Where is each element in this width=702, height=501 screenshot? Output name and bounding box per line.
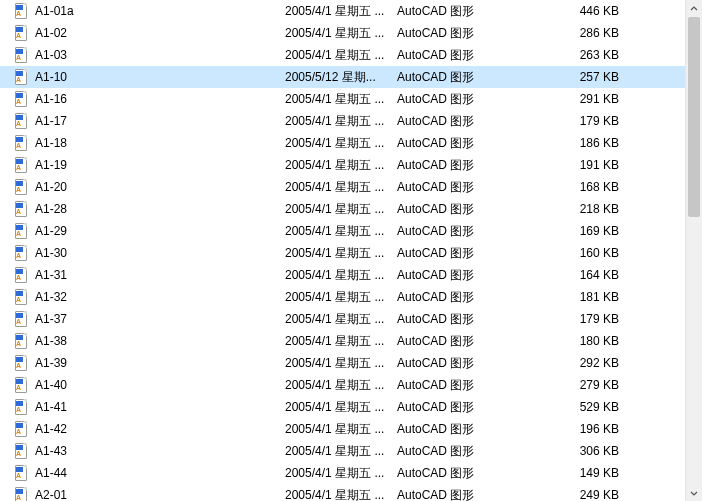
file-date: 2005/4/1 星期五 ... [285,3,397,20]
file-date: 2005/4/1 星期五 ... [285,113,397,130]
file-list[interactable]: AA1-01a2005/4/1 星期五 ...AutoCAD 图形446 KBA… [0,0,702,501]
file-name: A1-18 [33,136,285,150]
file-row[interactable]: AA1-292005/4/1 星期五 ...AutoCAD 图形169 KB [0,220,702,242]
dwg-file-icon: A [13,289,29,305]
file-icon-cell: A [13,289,33,305]
file-name: A1-30 [33,246,285,260]
file-date: 2005/4/1 星期五 ... [285,179,397,196]
file-date: 2005/4/1 星期五 ... [285,465,397,482]
file-name: A1-40 [33,378,285,392]
file-icon-cell: A [13,201,33,217]
file-row[interactable]: AA1-172005/4/1 星期五 ...AutoCAD 图形179 KB [0,110,702,132]
dwg-file-icon: A [13,377,29,393]
file-date: 2005/4/1 星期五 ... [285,443,397,460]
file-name: A1-10 [33,70,285,84]
file-row[interactable]: AA1-442005/4/1 星期五 ...AutoCAD 图形149 KB [0,462,702,484]
scroll-track[interactable] [686,17,702,484]
file-name: A1-42 [33,422,285,436]
file-size: 196 KB [537,422,629,436]
file-type: AutoCAD 图形 [397,465,537,482]
file-name: A1-39 [33,356,285,370]
file-row[interactable]: AA1-322005/4/1 星期五 ...AutoCAD 图形181 KB [0,286,702,308]
file-row[interactable]: AA1-312005/4/1 星期五 ...AutoCAD 图形164 KB [0,264,702,286]
file-date: 2005/4/1 星期五 ... [285,355,397,372]
file-row[interactable]: AA1-022005/4/1 星期五 ...AutoCAD 图形286 KB [0,22,702,44]
dwg-file-icon: A [13,355,29,371]
file-size: 249 KB [537,488,629,501]
file-date: 2005/4/1 星期五 ... [285,311,397,328]
file-type: AutoCAD 图形 [397,377,537,394]
file-icon-cell: A [13,47,33,63]
scroll-down-button[interactable] [686,484,702,501]
file-row[interactable]: AA1-102005/5/12 星期...AutoCAD 图形257 KB [0,66,702,88]
file-row[interactable]: AA1-422005/4/1 星期五 ...AutoCAD 图形196 KB [0,418,702,440]
file-name: A1-37 [33,312,285,326]
vertical-scrollbar[interactable] [685,0,702,501]
dwg-file-icon: A [13,25,29,41]
scroll-up-button[interactable] [686,0,702,17]
dwg-file-icon: A [13,201,29,217]
file-date: 2005/4/1 星期五 ... [285,25,397,42]
file-name: A1-43 [33,444,285,458]
file-row[interactable]: AA1-202005/4/1 星期五 ...AutoCAD 图形168 KB [0,176,702,198]
file-name: A1-17 [33,114,285,128]
file-type: AutoCAD 图形 [397,47,537,64]
dwg-file-icon: A [13,135,29,151]
file-row[interactable]: AA1-412005/4/1 星期五 ...AutoCAD 图形529 KB [0,396,702,418]
file-type: AutoCAD 图形 [397,289,537,306]
dwg-file-icon: A [13,113,29,129]
file-icon-cell: A [13,311,33,327]
file-name: A1-44 [33,466,285,480]
file-size: 169 KB [537,224,629,238]
dwg-file-icon: A [13,399,29,415]
file-icon-cell: A [13,355,33,371]
file-name: A2-01 [33,488,285,501]
file-type: AutoCAD 图形 [397,135,537,152]
file-date: 2005/4/1 星期五 ... [285,91,397,108]
file-size: 164 KB [537,268,629,282]
file-name: A1-41 [33,400,285,414]
file-size: 529 KB [537,400,629,414]
file-type: AutoCAD 图形 [397,25,537,42]
dwg-file-icon: A [13,179,29,195]
file-name: A1-01a [33,4,285,18]
file-icon-cell: A [13,25,33,41]
file-name: A1-16 [33,92,285,106]
file-size: 279 KB [537,378,629,392]
file-size: 191 KB [537,158,629,172]
file-row[interactable]: AA1-402005/4/1 星期五 ...AutoCAD 图形279 KB [0,374,702,396]
file-row[interactable]: AA1-432005/4/1 星期五 ...AutoCAD 图形306 KB [0,440,702,462]
file-type: AutoCAD 图形 [397,333,537,350]
file-icon-cell: A [13,267,33,283]
file-size: 149 KB [537,466,629,480]
file-row[interactable]: AA1-372005/4/1 星期五 ...AutoCAD 图形179 KB [0,308,702,330]
dwg-file-icon: A [13,69,29,85]
file-date: 2005/4/1 星期五 ... [285,289,397,306]
file-row[interactable]: AA1-282005/4/1 星期五 ...AutoCAD 图形218 KB [0,198,702,220]
file-size: 168 KB [537,180,629,194]
file-date: 2005/4/1 星期五 ... [285,135,397,152]
file-icon-cell: A [13,421,33,437]
file-row[interactable]: AA1-192005/4/1 星期五 ...AutoCAD 图形191 KB [0,154,702,176]
file-row[interactable]: AA2-012005/4/1 星期五 ...AutoCAD 图形249 KB [0,484,702,501]
file-row[interactable]: AA1-392005/4/1 星期五 ...AutoCAD 图形292 KB [0,352,702,374]
file-row[interactable]: AA1-01a2005/4/1 星期五 ...AutoCAD 图形446 KB [0,0,702,22]
file-size: 186 KB [537,136,629,150]
file-row[interactable]: AA1-302005/4/1 星期五 ...AutoCAD 图形160 KB [0,242,702,264]
file-date: 2005/4/1 星期五 ... [285,201,397,218]
file-name: A1-02 [33,26,285,40]
file-size: 257 KB [537,70,629,84]
file-name: A1-03 [33,48,285,62]
file-icon-cell: A [13,69,33,85]
dwg-file-icon: A [13,267,29,283]
file-row[interactable]: AA1-182005/4/1 星期五 ...AutoCAD 图形186 KB [0,132,702,154]
file-row[interactable]: AA1-162005/4/1 星期五 ...AutoCAD 图形291 KB [0,88,702,110]
file-name: A1-31 [33,268,285,282]
dwg-file-icon: A [13,157,29,173]
file-size: 292 KB [537,356,629,370]
file-date: 2005/4/1 星期五 ... [285,223,397,240]
file-icon-cell: A [13,223,33,239]
file-row[interactable]: AA1-032005/4/1 星期五 ...AutoCAD 图形263 KB [0,44,702,66]
scroll-thumb[interactable] [688,17,700,217]
file-row[interactable]: AA1-382005/4/1 星期五 ...AutoCAD 图形180 KB [0,330,702,352]
